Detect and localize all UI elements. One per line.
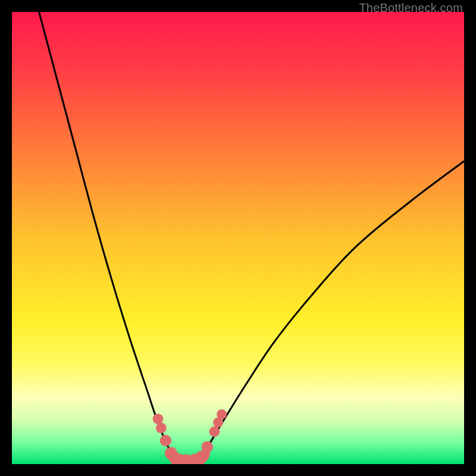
bottleneck-chart	[12, 12, 464, 464]
valley-marker	[156, 422, 167, 433]
valley-marker	[217, 409, 227, 419]
valley-marker	[202, 441, 213, 452]
valley-marker	[153, 414, 164, 424]
watermark-text: TheBottleneck.com	[359, 1, 463, 15]
chart-frame	[12, 12, 464, 464]
valley-marker	[160, 435, 171, 446]
valley-marker	[209, 426, 220, 437]
